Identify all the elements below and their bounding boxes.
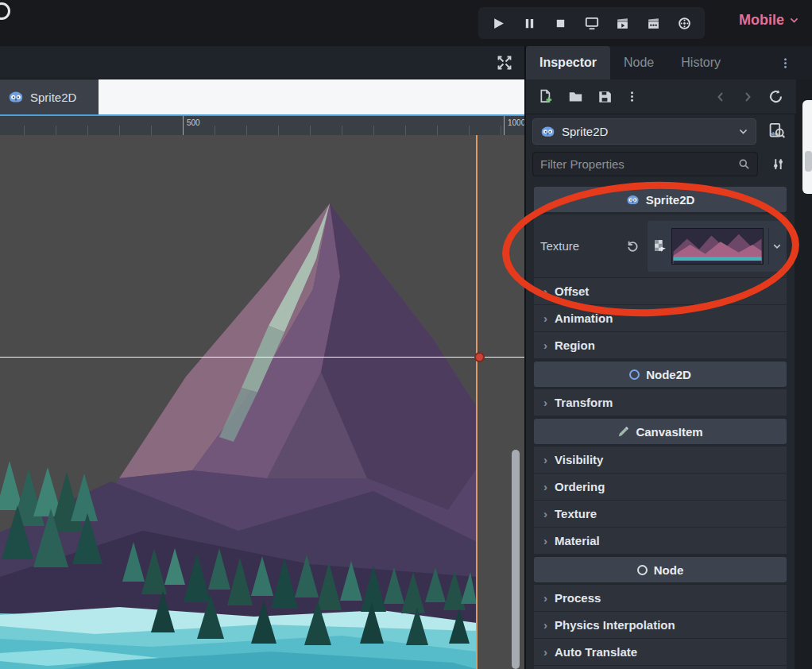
play-custom-scene-button[interactable] [640, 10, 667, 36]
new-resource-button[interactable] [539, 89, 554, 104]
sliders-icon [771, 157, 785, 171]
revert-icon [626, 239, 640, 253]
maximize-viewport-icon [497, 55, 512, 71]
filter-row [526, 148, 796, 180]
group-label: Texture [555, 507, 597, 520]
group-editor-description[interactable]: ›Editor Description [534, 666, 787, 669]
group-label: Region [555, 338, 595, 352]
pause-button[interactable] [516, 10, 543, 36]
filter-properties-input[interactable] [540, 157, 738, 171]
save-resource-button[interactable] [597, 90, 612, 104]
category-sprite2d[interactable]: Sprite2D [534, 187, 787, 212]
history-icon [768, 89, 783, 104]
collapsed-arrow-icon: › [543, 645, 547, 659]
renderer-dropdown[interactable]: Mobile [739, 12, 799, 29]
top-bar: Mobile [0, 0, 812, 46]
play-scene-button[interactable] [609, 10, 636, 36]
scene-tab-label: Sprite2D [30, 91, 76, 104]
stop-button[interactable] [547, 10, 574, 36]
scene-tab-sprite2d[interactable]: Sprite2D [0, 79, 99, 114]
ruler-major-tick [504, 116, 505, 135]
group-offset[interactable]: ›Offset [534, 278, 787, 305]
collapsed-arrow-icon: › [543, 396, 547, 409]
history-forward-button[interactable] [741, 91, 754, 103]
viewport-vertical-scrollbar[interactable] [512, 450, 520, 669]
chevron-right-icon [741, 91, 754, 103]
folder-icon [568, 89, 583, 104]
play-scene-icon [616, 17, 629, 30]
ruler-major-tick [183, 116, 184, 135]
play-button[interactable] [485, 10, 512, 36]
canvas-toolbar [0, 46, 524, 79]
group-material[interactable]: ›Material [534, 528, 787, 555]
object-history-button[interactable] [768, 89, 783, 104]
category-canvasitem[interactable]: CanvasItem [534, 419, 787, 444]
dots-vertical-icon [779, 57, 791, 69]
viewport-2d[interactable] [0, 135, 524, 669]
tab-node-label: Node [624, 56, 654, 70]
canvas-item-pencil-icon [617, 426, 629, 438]
play-custom-scene-icon [647, 17, 660, 30]
node-icon [637, 565, 648, 575]
save-icon [597, 90, 612, 104]
group-auto-translate[interactable]: ›Auto Translate [534, 639, 787, 666]
node2d-icon [629, 369, 640, 380]
category-node[interactable]: Node [534, 557, 787, 582]
texture-value-control[interactable] [648, 221, 787, 272]
group-transform[interactable]: ›Transform [534, 389, 787, 416]
texture-preview-thumbnail[interactable] [671, 228, 764, 265]
movie-maker-icon [678, 17, 691, 30]
group-label: Process [555, 591, 601, 605]
texture-property-row: Texture [534, 215, 787, 278]
remote-debug-icon [585, 16, 599, 30]
load-resource-button[interactable] [568, 89, 583, 104]
scene-tab-bar: Sprite2D [0, 79, 524, 116]
doc-search-icon: doc [768, 122, 786, 140]
search-icon [738, 158, 750, 170]
horizontal-ruler[interactable]: 500 1000 [0, 116, 524, 135]
horizontal-guide-line[interactable] [0, 357, 524, 358]
collapsed-arrow-icon: › [543, 534, 547, 547]
texture-dropdown-button[interactable] [768, 228, 784, 265]
remote-debug-button[interactable] [578, 10, 605, 36]
pause-icon [524, 17, 536, 29]
maximize-viewport-button[interactable] [494, 53, 515, 72]
inspector-menu-button[interactable] [779, 46, 812, 79]
group-texture[interactable]: ›Texture [534, 501, 787, 528]
selected-node-label: Sprite2D [562, 125, 608, 138]
category-node2d[interactable]: Node2D [534, 362, 787, 387]
chevron-down-icon [738, 126, 748, 137]
renderer-label: Mobile [739, 12, 784, 29]
play-icon [492, 17, 505, 30]
group-region[interactable]: ›Region [534, 332, 787, 359]
group-visibility[interactable]: ›Visibility [534, 447, 787, 474]
revert-property-button[interactable] [626, 239, 640, 253]
filter-properties-field[interactable] [532, 152, 758, 176]
collapsed-arrow-icon: › [543, 453, 547, 466]
group-animation[interactable]: ›Animation [534, 305, 787, 332]
extra-filters-button[interactable] [766, 152, 790, 176]
history-back-button[interactable] [714, 91, 727, 103]
tab-node[interactable]: Node [610, 46, 667, 79]
chevron-down-icon [789, 15, 799, 25]
chevron-down-icon [772, 242, 782, 251]
movie-maker-button[interactable] [671, 10, 698, 36]
group-label: Visibility [555, 453, 603, 466]
group-label: Transform [555, 396, 613, 409]
category-label: CanvasItem [636, 425, 702, 439]
collapsed-arrow-icon: › [543, 480, 547, 493]
scene-boundary-line [476, 135, 478, 669]
godot-node-icon [8, 89, 24, 105]
tab-history[interactable]: History [667, 46, 734, 79]
collapsed-arrow-icon: › [543, 507, 547, 520]
node-selector-dropdown[interactable]: Sprite2D [532, 118, 756, 145]
resource-menu-button[interactable] [626, 91, 638, 102]
group-physics-interpolation[interactable]: ›Physics Interpolation [534, 612, 787, 639]
group-ordering[interactable]: ›Ordering [534, 474, 787, 501]
open-documentation-button[interactable]: doc [764, 118, 790, 144]
group-process[interactable]: ›Process [534, 585, 787, 612]
tab-inspector[interactable]: Inspector [526, 46, 610, 79]
group-label: Material [555, 534, 600, 547]
ruler-label-1000: 1000 [508, 118, 525, 127]
ruler-label-500: 500 [187, 118, 200, 127]
